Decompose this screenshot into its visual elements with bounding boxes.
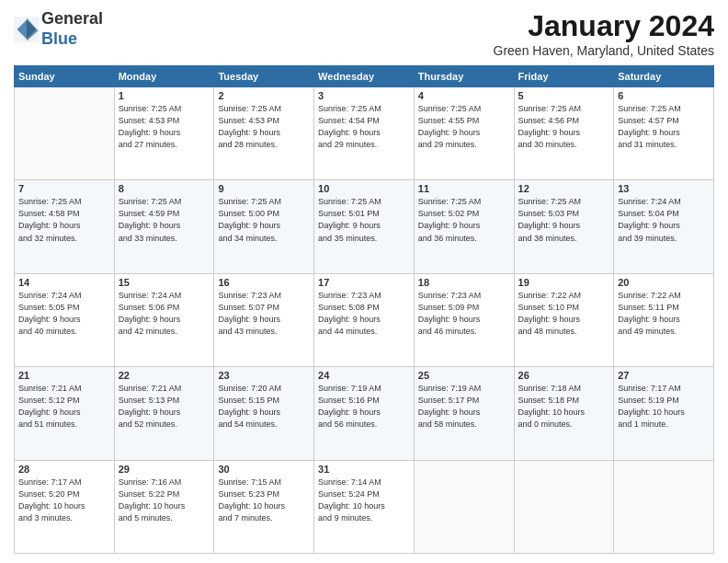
- day-number: 2: [218, 90, 310, 101]
- calendar-cell: 25Sunrise: 7:19 AM Sunset: 5:17 PM Dayli…: [414, 367, 514, 460]
- calendar-cell: 29Sunrise: 7:16 AM Sunset: 5:22 PM Dayli…: [114, 460, 214, 553]
- day-number: 9: [218, 183, 310, 194]
- day-info: Sunrise: 7:17 AM Sunset: 5:20 PM Dayligh…: [18, 477, 110, 524]
- day-info: Sunrise: 7:14 AM Sunset: 5:24 PM Dayligh…: [318, 477, 410, 524]
- calendar-header-friday: Friday: [514, 66, 614, 87]
- calendar-cell: 16Sunrise: 7:23 AM Sunset: 5:07 PM Dayli…: [214, 273, 314, 366]
- calendar-cell: 1Sunrise: 7:25 AM Sunset: 4:53 PM Daylig…: [114, 87, 214, 180]
- day-number: 16: [218, 277, 310, 288]
- logo-text: General Blue: [41, 9, 103, 49]
- header: General Blue January 2024 Green Haven, M…: [14, 9, 714, 58]
- day-number: 18: [418, 277, 510, 288]
- calendar-cell: 12Sunrise: 7:25 AM Sunset: 5:03 PM Dayli…: [514, 180, 614, 273]
- calendar-week-3: 14Sunrise: 7:24 AM Sunset: 5:05 PM Dayli…: [15, 273, 714, 366]
- calendar-week-2: 7Sunrise: 7:25 AM Sunset: 4:58 PM Daylig…: [15, 180, 714, 273]
- day-number: 3: [318, 90, 410, 101]
- calendar-week-5: 28Sunrise: 7:17 AM Sunset: 5:20 PM Dayli…: [15, 460, 714, 553]
- calendar-cell: 5Sunrise: 7:25 AM Sunset: 4:56 PM Daylig…: [514, 87, 614, 180]
- calendar-cell: 4Sunrise: 7:25 AM Sunset: 4:55 PM Daylig…: [414, 87, 514, 180]
- day-number: 29: [119, 464, 210, 475]
- day-info: Sunrise: 7:25 AM Sunset: 4:58 PM Dayligh…: [18, 196, 110, 244]
- day-info: Sunrise: 7:25 AM Sunset: 4:57 PM Dayligh…: [618, 103, 710, 151]
- calendar-cell: 10Sunrise: 7:25 AM Sunset: 5:01 PM Dayli…: [314, 180, 415, 273]
- day-info: Sunrise: 7:25 AM Sunset: 4:55 PM Dayligh…: [418, 103, 510, 151]
- calendar-cell: 22Sunrise: 7:21 AM Sunset: 5:13 PM Dayli…: [114, 367, 214, 460]
- calendar-header-sunday: Sunday: [15, 66, 115, 87]
- calendar-header-tuesday: Tuesday: [214, 66, 314, 87]
- calendar-header-thursday: Thursday: [414, 66, 514, 87]
- day-info: Sunrise: 7:23 AM Sunset: 5:08 PM Dayligh…: [318, 290, 410, 338]
- day-info: Sunrise: 7:25 AM Sunset: 4:53 PM Dayligh…: [218, 103, 310, 151]
- calendar-week-4: 21Sunrise: 7:21 AM Sunset: 5:12 PM Dayli…: [15, 367, 714, 460]
- calendar-cell: 7Sunrise: 7:25 AM Sunset: 4:58 PM Daylig…: [15, 180, 115, 273]
- calendar-cell: [15, 87, 115, 180]
- calendar-cell: 23Sunrise: 7:20 AM Sunset: 5:15 PM Dayli…: [214, 367, 314, 460]
- day-number: 31: [318, 464, 410, 475]
- calendar-cell: 28Sunrise: 7:17 AM Sunset: 5:20 PM Dayli…: [15, 460, 115, 553]
- day-number: 8: [119, 183, 210, 194]
- day-number: 14: [18, 277, 110, 288]
- day-number: 25: [418, 370, 510, 381]
- calendar-cell: 26Sunrise: 7:18 AM Sunset: 5:18 PM Dayli…: [514, 367, 614, 460]
- logo: General Blue: [14, 9, 103, 49]
- day-number: 5: [518, 90, 610, 101]
- day-number: 13: [618, 183, 710, 194]
- title-block: January 2024 Green Haven, Maryland, Unit…: [494, 9, 714, 58]
- calendar-cell: 30Sunrise: 7:15 AM Sunset: 5:23 PM Dayli…: [214, 460, 314, 553]
- logo-icon: [14, 17, 40, 42]
- day-number: 11: [418, 183, 510, 194]
- calendar-cell: 21Sunrise: 7:21 AM Sunset: 5:12 PM Dayli…: [15, 367, 115, 460]
- calendar-cell: 27Sunrise: 7:17 AM Sunset: 5:19 PM Dayli…: [614, 367, 714, 460]
- subtitle: Green Haven, Maryland, United States: [494, 43, 714, 58]
- day-number: 20: [618, 277, 710, 288]
- day-number: 4: [418, 90, 510, 101]
- day-number: 15: [119, 277, 210, 288]
- calendar-cell: 31Sunrise: 7:14 AM Sunset: 5:24 PM Dayli…: [314, 460, 415, 553]
- calendar-cell: 18Sunrise: 7:23 AM Sunset: 5:09 PM Dayli…: [414, 273, 514, 366]
- day-info: Sunrise: 7:25 AM Sunset: 4:56 PM Dayligh…: [518, 103, 610, 151]
- calendar-cell: [414, 460, 514, 553]
- day-info: Sunrise: 7:19 AM Sunset: 5:16 PM Dayligh…: [318, 383, 410, 431]
- calendar-cell: 9Sunrise: 7:25 AM Sunset: 5:00 PM Daylig…: [214, 180, 314, 273]
- logo-line2: Blue: [41, 29, 103, 50]
- calendar-cell: 11Sunrise: 7:25 AM Sunset: 5:02 PM Dayli…: [414, 180, 514, 273]
- calendar-cell: 24Sunrise: 7:19 AM Sunset: 5:16 PM Dayli…: [314, 367, 415, 460]
- calendar-cell: 20Sunrise: 7:22 AM Sunset: 5:11 PM Dayli…: [614, 273, 714, 366]
- day-number: 26: [518, 370, 610, 381]
- day-info: Sunrise: 7:17 AM Sunset: 5:19 PM Dayligh…: [618, 383, 710, 431]
- day-number: 7: [18, 183, 110, 194]
- calendar-header-wednesday: Wednesday: [314, 66, 415, 87]
- calendar-cell: 17Sunrise: 7:23 AM Sunset: 5:08 PM Dayli…: [314, 273, 415, 366]
- day-info: Sunrise: 7:16 AM Sunset: 5:22 PM Dayligh…: [119, 477, 210, 524]
- day-info: Sunrise: 7:24 AM Sunset: 5:05 PM Dayligh…: [18, 290, 110, 338]
- calendar-header-monday: Monday: [114, 66, 214, 87]
- day-info: Sunrise: 7:24 AM Sunset: 5:04 PM Dayligh…: [618, 196, 710, 244]
- day-info: Sunrise: 7:25 AM Sunset: 4:54 PM Dayligh…: [318, 103, 410, 151]
- day-info: Sunrise: 7:25 AM Sunset: 4:59 PM Dayligh…: [119, 196, 210, 244]
- day-number: 17: [318, 277, 410, 288]
- day-info: Sunrise: 7:25 AM Sunset: 4:53 PM Dayligh…: [119, 103, 210, 151]
- day-info: Sunrise: 7:15 AM Sunset: 5:23 PM Dayligh…: [218, 477, 310, 524]
- day-number: 28: [18, 464, 110, 475]
- day-number: 12: [518, 183, 610, 194]
- day-number: 24: [318, 370, 410, 381]
- day-info: Sunrise: 7:21 AM Sunset: 5:12 PM Dayligh…: [18, 383, 110, 431]
- calendar-cell: 8Sunrise: 7:25 AM Sunset: 4:59 PM Daylig…: [114, 180, 214, 273]
- day-info: Sunrise: 7:21 AM Sunset: 5:13 PM Dayligh…: [119, 383, 210, 431]
- day-number: 10: [318, 183, 410, 194]
- day-info: Sunrise: 7:24 AM Sunset: 5:06 PM Dayligh…: [119, 290, 210, 338]
- calendar-header-row: SundayMondayTuesdayWednesdayThursdayFrid…: [15, 66, 714, 87]
- calendar-cell: 6Sunrise: 7:25 AM Sunset: 4:57 PM Daylig…: [614, 87, 714, 180]
- day-number: 1: [119, 90, 210, 101]
- day-info: Sunrise: 7:19 AM Sunset: 5:17 PM Dayligh…: [418, 383, 510, 431]
- day-info: Sunrise: 7:22 AM Sunset: 5:10 PM Dayligh…: [518, 290, 610, 338]
- day-number: 6: [618, 90, 710, 101]
- day-info: Sunrise: 7:23 AM Sunset: 5:09 PM Dayligh…: [418, 290, 510, 338]
- day-info: Sunrise: 7:25 AM Sunset: 5:02 PM Dayligh…: [418, 196, 510, 244]
- calendar-cell: [514, 460, 614, 553]
- calendar-cell: 3Sunrise: 7:25 AM Sunset: 4:54 PM Daylig…: [314, 87, 415, 180]
- calendar-week-1: 1Sunrise: 7:25 AM Sunset: 4:53 PM Daylig…: [15, 87, 714, 180]
- day-info: Sunrise: 7:20 AM Sunset: 5:15 PM Dayligh…: [218, 383, 310, 431]
- day-number: 27: [618, 370, 710, 381]
- day-info: Sunrise: 7:25 AM Sunset: 5:03 PM Dayligh…: [518, 196, 610, 244]
